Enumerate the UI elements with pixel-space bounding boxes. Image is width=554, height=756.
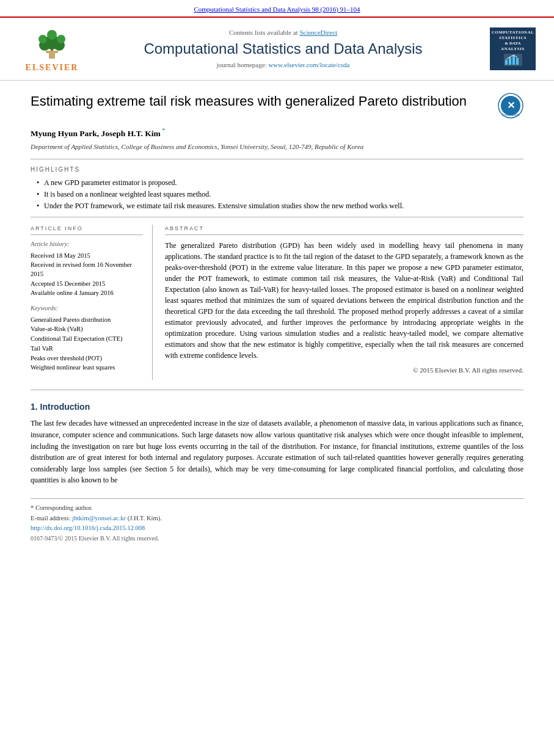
article-title: Estimating extreme tail risk measures wi… (31, 93, 486, 111)
copyright-notice: © 2015 Elsevier B.V. All rights reserved… (165, 366, 523, 375)
keyword-1: Generalized Pareto distribution (31, 316, 143, 325)
elsevier-tree-icon (31, 24, 73, 60)
history-label: Article history: (31, 240, 143, 249)
journal-main-title: Computational Statistics and Data Analys… (86, 38, 481, 59)
svg-point-6 (57, 35, 65, 43)
crossmark-icon: ✕ CrossMark (498, 93, 523, 118)
contents-available-text: Contents lists available at ScienceDirec… (86, 28, 481, 37)
abstract-text: The generalized Pareto distribution (GPD… (165, 240, 523, 361)
journal-homepage: journal homepage: www.elsevier.com/locat… (86, 60, 481, 70)
svg-rect-12 (509, 57, 511, 65)
divider-1 (31, 159, 523, 159)
svg-rect-9 (46, 51, 58, 53)
journal-header: ELSEVIER Contents lists available at Sci… (0, 16, 554, 81)
keyword-5: Peaks over threshold (POT) (31, 354, 143, 363)
page: Computational Statistics and Data Analys… (0, 0, 554, 756)
revised-date: Received in revised form 16 November 201… (31, 261, 143, 278)
keyword-2: Value-at-Risk (VaR) (31, 325, 143, 334)
introduction-text: The last few decades have witnessed an u… (31, 418, 523, 486)
abstract-column: ABSTRACT The generalized Pareto distribu… (165, 225, 523, 380)
received-date: Received 18 May 2015 (31, 252, 143, 261)
sciencedirect-link[interactable]: ScienceDirect (299, 29, 337, 36)
svg-rect-13 (512, 56, 515, 65)
journal-logo-right: COMPUTATIONAL STATISTICS & DATA ANALYSIS (481, 27, 536, 70)
available-date: Available online 4 January 2016 (31, 289, 143, 298)
introduction-heading: 1. Introduction (31, 401, 523, 413)
divider-2 (31, 217, 523, 217)
homepage-link[interactable]: www.elsevier.com/locate/csda (268, 61, 349, 68)
divider-3 (31, 390, 523, 390)
journal-title-center: Contents lists available at ScienceDirec… (86, 28, 481, 70)
article-info-section: ARTICLE INFO Article history: Received 1… (31, 225, 143, 373)
doi-link[interactable]: http://dx.doi.org/10.1016/j.csda.2015.12… (31, 525, 145, 531)
author-2: Joseph H.T. Kim (101, 129, 161, 138)
main-content: Estimating extreme tail risk measures wi… (0, 81, 554, 555)
svg-point-7 (47, 30, 57, 40)
svg-point-5 (38, 35, 47, 43)
abstract-label: ABSTRACT (165, 225, 523, 235)
highlights-section: HIGHLIGHTS A new GPD parameter estimator… (31, 165, 523, 211)
highlight-item-2: It is based on a nonlinear weighted leas… (37, 189, 523, 200)
crossmark[interactable]: ✕ CrossMark (498, 93, 523, 122)
article-info-label: ARTICLE INFO (31, 225, 143, 235)
highlight-item-1: A new GPD parameter estimator is propose… (37, 178, 523, 188)
email-link[interactable]: jhtkim@yonsei.ac.kr (72, 515, 126, 522)
keyword-6: Weighted nonlinear least squares (31, 363, 143, 373)
top-journal-citation: Computational Statistics and Data Analys… (0, 0, 554, 16)
keyword-4: Tail VaR (31, 344, 143, 354)
accepted-date: Accepted 15 December 2015 (31, 280, 143, 289)
highlight-item-3: Under the POT framework, we estimate tai… (37, 201, 523, 211)
authors-line: Myung Hyun Park, Joseph H.T. Kim * (31, 126, 523, 139)
abstract-section: ABSTRACT The generalized Pareto distribu… (165, 225, 523, 375)
svg-text:CrossMark: CrossMark (501, 113, 520, 117)
elsevier-wordmark: ELSEVIER (26, 62, 79, 74)
doi-footnote: http://dx.doi.org/10.1016/j.csda.2015.12… (31, 524, 523, 533)
keyword-3: Conditional Tail Expectation (CTE) (31, 335, 143, 344)
svg-rect-11 (505, 60, 508, 65)
svg-text:✕: ✕ (507, 100, 515, 111)
csda-logo-box: COMPUTATIONAL STATISTICS & DATA ANALYSIS (490, 27, 536, 70)
corresponding-asterisk: * (161, 127, 166, 134)
corresponding-author-note: * Corresponding author. (31, 504, 523, 513)
two-column-layout: ARTICLE INFO Article history: Received 1… (31, 225, 523, 380)
article-title-section: Estimating extreme tail risk measures wi… (31, 93, 523, 122)
elsevier-logo: ELSEVIER (18, 24, 86, 74)
csda-logo-graphic (504, 54, 522, 66)
keywords-label: Keywords: (31, 304, 143, 313)
email-footnote: E-mail address: jhtkim@yonsei.ac.kr (J.H… (31, 514, 523, 523)
svg-rect-14 (516, 58, 519, 65)
issn-text: 0167-9473/© 2015 Elsevier B.V. All right… (31, 534, 523, 543)
footer-section: * Corresponding author. E-mail address: … (31, 498, 523, 543)
article-info-column: ARTICLE INFO Article history: Received 1… (31, 225, 153, 380)
journal-citation-link[interactable]: Computational Statistics and Data Analys… (194, 5, 360, 13)
introduction-section: 1. Introduction The last few decades hav… (31, 401, 523, 486)
highlights-list: A new GPD parameter estimator is propose… (31, 178, 523, 211)
affiliation: Department of Applied Statistics, Colleg… (31, 142, 523, 151)
highlights-label: HIGHLIGHTS (31, 165, 523, 174)
author-1: Myung Hyun Park, (31, 129, 101, 138)
